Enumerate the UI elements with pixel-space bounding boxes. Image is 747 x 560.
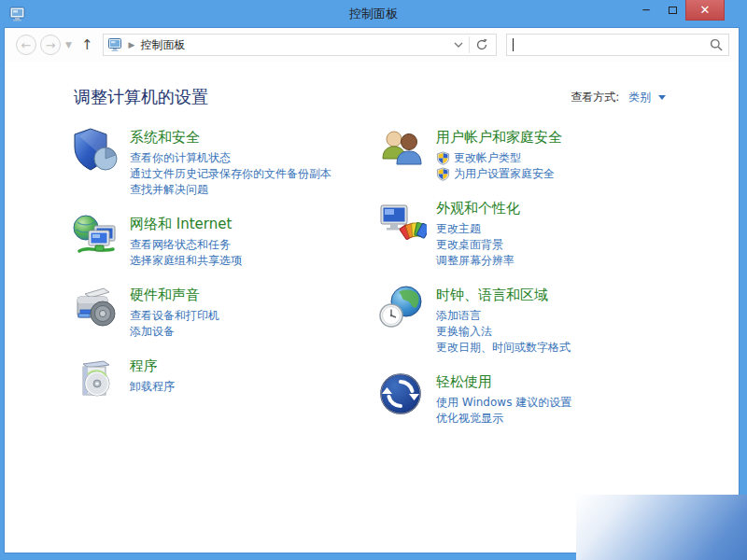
link-suggested-settings[interactable]: 使用 Windows 建议的设置 (436, 395, 571, 411)
address-dropdown-chevron-icon[interactable] (454, 42, 463, 48)
search-input[interactable] (506, 34, 730, 56)
category-programs: 程序 卸载程序 (72, 356, 378, 402)
uac-shield-icon (436, 167, 450, 181)
category-network-internet: 网络和 Internet 查看网络状态和任务 选择家庭组和共享选项 (72, 214, 378, 269)
titlebar: 控制面板 ─ ✕ (0, 0, 747, 28)
category-system-security: 系统和安全 查看你的计算机状态 通过文件历史记录保存你的文件备份副本 查找并解决… (72, 127, 378, 198)
navigation-bar: ← → ▼ ↑ ▶ 控制面板 (5, 28, 739, 62)
link-uninstall-program[interactable]: 卸载程序 (130, 379, 175, 395)
category-title-system-security[interactable]: 系统和安全 (130, 129, 200, 147)
link-change-date-time-formats[interactable]: 更改日期、时间或数字格式 (436, 340, 571, 356)
printer-speaker-icon[interactable] (72, 285, 120, 331)
view-by-value[interactable]: 类别 (628, 91, 651, 104)
minimize-button[interactable]: ─ (633, 0, 659, 21)
breadcrumb-separator-icon: ▶ (129, 40, 135, 49)
link-family-safety[interactable]: 为用户设置家庭安全 (436, 166, 562, 182)
link-add-language[interactable]: 添加语言 (436, 308, 571, 324)
recent-pages-chevron-icon[interactable]: ▼ (65, 40, 72, 49)
link-devices-printers[interactable]: 查看设备和打印机 (130, 308, 219, 324)
globe-clock-icon[interactable] (378, 285, 427, 331)
control-panel-window: 控制面板 ─ ✕ ← → ▼ ↑ ▶ 控制面板 (0, 0, 747, 560)
category-user-accounts-family: 用户帐户和家庭安全 更改帐户类型 (378, 127, 684, 182)
category-appearance-personalization: 外观和个性化 更改主题 更改桌面背景 调整屏幕分辨率 (378, 198, 684, 269)
category-title-ease-of-access[interactable]: 轻松使用 (436, 373, 492, 391)
corner-gradient-artifact (576, 495, 747, 560)
window-controls: ─ ✕ (633, 0, 725, 21)
category-title-network-internet[interactable]: 网络和 Internet (130, 216, 232, 233)
category-clock-language-region: 时钟、语言和区域 添加语言 更换输入法 更改日期、时间或数字格式 (378, 285, 684, 356)
link-homegroup-sharing[interactable]: 选择家庭组和共享选项 (130, 253, 242, 269)
view-by-chevron-icon[interactable] (658, 95, 666, 100)
ease-of-access-icon[interactable] (378, 371, 427, 418)
maximize-button[interactable] (659, 0, 685, 21)
link-view-computer-status[interactable]: 查看你的计算机状态 (130, 150, 331, 166)
link-optimize-visual-display[interactable]: 优化视觉显示 (436, 411, 571, 427)
search-icon[interactable] (710, 38, 723, 51)
control-panel-window-icon (9, 7, 26, 21)
link-change-input-methods[interactable]: 更换输入法 (436, 324, 571, 340)
page-header: 调整计算机的设置 查看方式: 类别 (5, 62, 739, 127)
uac-shield-icon (436, 151, 450, 165)
software-box-icon[interactable] (72, 356, 120, 402)
two-users-icon[interactable] (378, 127, 427, 174)
refresh-button[interactable] (470, 35, 494, 55)
link-change-theme[interactable]: 更改主题 (436, 221, 520, 237)
forward-button[interactable]: → (40, 35, 61, 55)
category-hardware-sound: 硬件和声音 查看设备和打印机 添加设备 (72, 285, 378, 340)
category-area: 系统和安全 查看你的计算机状态 通过文件历史记录保存你的文件备份副本 查找并解决… (5, 127, 739, 553)
left-column: 系统和安全 查看你的计算机状态 通过文件历史记录保存你的文件备份副本 查找并解决… (72, 127, 378, 427)
category-title-programs[interactable]: 程序 (130, 357, 158, 375)
up-button[interactable]: ↑ (81, 36, 93, 53)
link-change-account-type[interactable]: 更改帐户类型 (436, 150, 562, 166)
window-client-area: ← → ▼ ↑ ▶ 控制面板 (5, 28, 739, 553)
link-find-fix-problems[interactable]: 查找并解决问题 (130, 182, 331, 198)
category-title-user-accounts-family[interactable]: 用户帐户和家庭安全 (436, 129, 562, 147)
shield-pie-icon[interactable] (72, 127, 120, 174)
breadcrumb-item-control-panel[interactable]: 控制面板 (140, 37, 185, 53)
category-title-hardware-sound[interactable]: 硬件和声音 (130, 287, 200, 304)
page-title: 调整计算机的设置 (74, 86, 208, 108)
link-network-status-tasks[interactable]: 查看网络状态和任务 (130, 237, 242, 253)
view-by-control: 查看方式: 类别 (571, 90, 666, 105)
link-file-history-backup[interactable]: 通过文件历史记录保存你的文件备份副本 (130, 166, 331, 182)
link-adjust-screen-resolution[interactable]: 调整屏幕分辨率 (436, 253, 520, 269)
category-title-clock-language-region[interactable]: 时钟、语言和区域 (436, 287, 548, 304)
right-column: 用户帐户和家庭安全 更改帐户类型 (378, 127, 684, 427)
category-title-appearance-personalization[interactable]: 外观和个性化 (436, 200, 520, 217)
link-change-desktop-background[interactable]: 更改桌面背景 (436, 237, 520, 253)
globe-monitors-icon[interactable] (72, 214, 120, 260)
maximize-icon (669, 7, 677, 14)
close-button[interactable]: ✕ (685, 0, 725, 21)
monitor-palette-icon[interactable] (378, 198, 427, 245)
breadcrumb-control-panel-icon (108, 38, 123, 51)
category-ease-of-access: 轻松使用 使用 Windows 建议的设置 优化视觉显示 (378, 371, 684, 427)
view-by-label: 查看方式: (571, 91, 619, 104)
back-button[interactable]: ← (16, 35, 36, 55)
address-bar[interactable]: ▶ 控制面板 (103, 34, 497, 56)
link-add-device[interactable]: 添加设备 (130, 324, 219, 340)
text-cursor (513, 38, 514, 51)
